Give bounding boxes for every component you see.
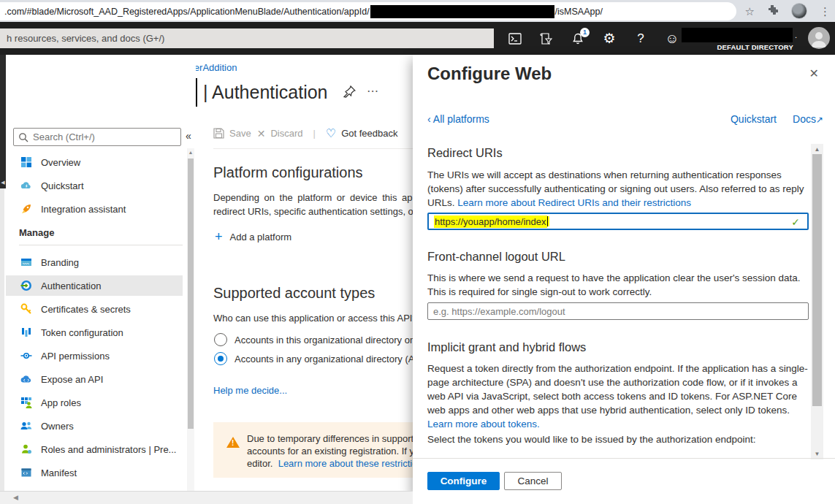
sidebar-scrollbar-thumb[interactable] — [188, 159, 194, 429]
sidebar-item-label: Integration assistant — [41, 204, 126, 215]
sidebar-item-roles-administrators[interactable]: Roles and administrators | Pre... — [6, 439, 183, 459]
scroll-up-icon[interactable]: ▲ — [187, 150, 194, 155]
panel-title: Configure Web — [427, 64, 552, 84]
save-label: Save — [229, 128, 251, 139]
logout-url-input-wrap — [427, 302, 809, 320]
docs-link[interactable]: Docs↗ — [793, 113, 823, 125]
roles-admin-person-icon — [20, 443, 32, 455]
help-me-decide-link[interactable]: Help me decide... — [213, 385, 287, 396]
quickstart-link[interactable]: Quickstart — [731, 113, 777, 125]
sidebar-item-overview[interactable]: Overview — [6, 152, 183, 172]
sidebar-item-branding[interactable]: Branding — [6, 252, 183, 272]
cancel-button[interactable]: Cancel — [504, 472, 562, 490]
key-icon — [20, 303, 32, 315]
tokens-learn-more-link[interactable]: Learn more about tokens. — [427, 419, 540, 429]
horizontal-scrollbar[interactable]: ◀ — [0, 491, 413, 504]
notification-count-badge: 1 — [580, 28, 590, 37]
restrictions-link[interactable]: Learn more about these restrictions. — [278, 458, 413, 469]
sidebar-item-expose-an-api[interactable]: Expose an API — [6, 369, 183, 389]
sidebar-item-app-roles[interactable]: App roles — [6, 392, 183, 413]
radio-label: Accounts in this organizational director… — [235, 335, 413, 345]
sidebar-item-api-permissions[interactable]: API permissions — [6, 345, 183, 366]
global-search-input[interactable] — [0, 28, 494, 48]
branding-icon — [20, 256, 32, 268]
warning-banner: Due to temporary differences in supporte… — [213, 422, 413, 478]
radio-unselected-icon[interactable] — [214, 333, 227, 346]
discard-button[interactable]: ✕ Discard — [257, 128, 303, 140]
sidebar-item-integration-assistant[interactable]: Integration assistant — [6, 199, 183, 219]
authentication-icon — [20, 280, 32, 291]
sidebar-collapse-icon[interactable]: « — [186, 130, 191, 142]
url-redaction-box — [370, 5, 554, 18]
back-link-label: All platforms — [433, 113, 489, 125]
account-name-redaction-box — [682, 28, 793, 42]
sidebar-scrollbar[interactable]: ▲ ▼ — [187, 148, 194, 504]
account-question: Who can use this application or access t… — [213, 313, 413, 324]
scroll-down-icon[interactable]: ▼ — [811, 451, 823, 457]
close-icon[interactable]: ✕ — [809, 66, 819, 80]
save-button[interactable]: Save — [213, 128, 251, 139]
plus-icon: + — [215, 230, 223, 243]
redirect-learn-more-link[interactable]: Learn more about Redirect URIs and their… — [457, 197, 691, 208]
sidebar-item-label: Overview — [41, 157, 80, 168]
sidebar-item-label: Roles and administrators | Pre... — [41, 444, 176, 455]
manifest-icon — [20, 467, 32, 478]
scroll-left-icon[interactable]: ◀ — [13, 494, 18, 501]
address-bar[interactable]: .com/#blade/Microsoft_AAD_RegisteredApps… — [0, 2, 736, 20]
sidebar-item-certificates-secrets[interactable]: Certificates & secrets — [6, 299, 183, 319]
redirect-uri-input[interactable]: https://youapp/home/index ✓ — [427, 213, 809, 230]
sidebar-item-authentication[interactable]: Authentication — [6, 275, 183, 296]
sidebar-item-label: Owners — [41, 421, 74, 432]
directory-filter-icon[interactable] — [540, 32, 553, 45]
bookmark-star-icon[interactable]: ☆ — [745, 6, 755, 17]
implicit-grant-desc: Request a token directly from the author… — [427, 362, 809, 431]
panel-scrollbar[interactable]: ▲ ▼ — [811, 144, 823, 459]
sidebar-manage-header: Manage — [19, 227, 54, 238]
cloud-shell-icon[interactable] — [508, 32, 522, 45]
sidebar-item-label: App roles — [41, 397, 81, 408]
implicit-grant-heading: Implicit grant and hybrid flows — [427, 340, 586, 354]
directory-label: DEFAULT DIRECTORY — [717, 43, 793, 51]
radio-label: Accounts in any organizational directory… — [235, 354, 413, 364]
browser-bar: .com/#blade/Microsoft_AAD_RegisteredApps… — [0, 0, 835, 22]
collapsed-nav-strip[interactable]: ◀ — [0, 55, 6, 188]
sidebar-item-manifest[interactable]: Manifest — [6, 462, 183, 483]
select-tokens-text: Select the tokens you would like to be i… — [427, 432, 809, 446]
all-platforms-back-link[interactable]: ‹ All platforms — [427, 113, 489, 125]
redirect-uris-desc: The URIs we will accept as destinations … — [427, 168, 809, 210]
command-bar-divider — [213, 148, 413, 149]
logout-url-input[interactable] — [433, 306, 784, 317]
sidebar-item-quickstart[interactable]: Quickstart — [6, 175, 183, 196]
radio-multitenant[interactable]: Accounts in any organizational directory… — [214, 352, 413, 365]
feedback-smiley-icon[interactable]: ☺ — [666, 32, 679, 45]
external-link-icon: ↗ — [816, 115, 823, 125]
sidebar-search-box[interactable] — [13, 128, 181, 146]
browser-profile-avatar[interactable] — [791, 3, 807, 19]
sidebar-item-label: API permissions — [41, 351, 110, 362]
add-platform-button[interactable]: + Add a platform — [215, 230, 291, 243]
panel-scrollbar-thumb[interactable] — [812, 154, 822, 406]
help-icon[interactable]: ? — [634, 32, 647, 45]
redirect-uris-heading: Redirect URIs — [427, 146, 503, 160]
sidebar-item-token-configuration[interactable]: Token configuration — [6, 322, 183, 343]
configure-button[interactable]: Configure — [427, 472, 500, 490]
panel-footer-divider — [413, 458, 835, 459]
sidebar-item-label: Token configuration — [41, 327, 123, 338]
scroll-up-icon[interactable]: ▲ — [811, 146, 823, 153]
url-text: .com/#blade/Microsoft_AAD_RegisteredApps… — [4, 7, 370, 17]
sidebar-search-input[interactable] — [33, 131, 168, 142]
radio-selected-icon[interactable] — [214, 352, 227, 365]
sidebar-item-label: Authentication — [41, 280, 101, 291]
got-feedback-button[interactable]: ♡ Got feedback — [326, 126, 398, 140]
sidebar-item-owners[interactable]: Owners — [6, 416, 183, 436]
notifications-bell-icon[interactable]: 1 — [571, 32, 584, 45]
radio-single-tenant[interactable]: Accounts in this organizational director… — [214, 333, 413, 346]
extensions-puzzle-icon[interactable] — [767, 4, 779, 18]
api-permissions-icon — [20, 350, 32, 362]
browser-menu-icon[interactable]: ⋮ — [820, 6, 831, 17]
nav-expand-arrow-icon: ◀ — [1, 180, 4, 186]
settings-gear-icon[interactable]: ⚙ — [603, 32, 616, 45]
add-platform-label: Add a platform — [230, 232, 292, 243]
azure-user-avatar[interactable] — [808, 27, 830, 49]
command-separator: | — [313, 128, 315, 139]
